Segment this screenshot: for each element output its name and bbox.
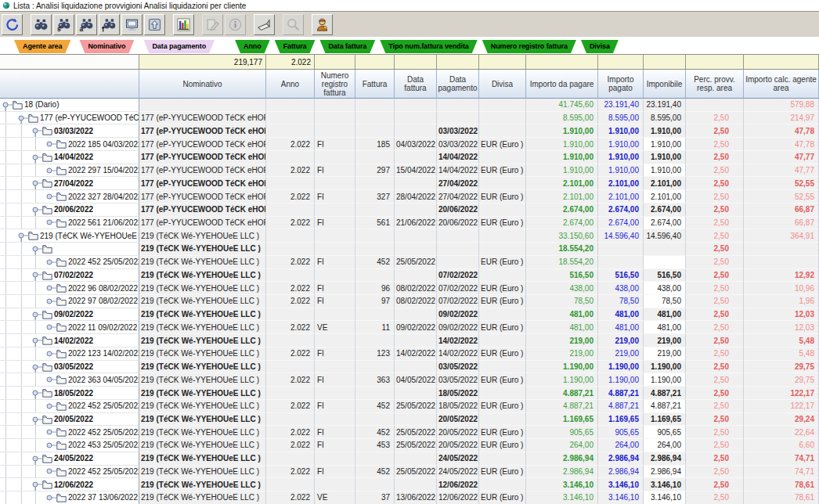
tree-leaf-handle[interactable] (45, 321, 56, 333)
tree-leaf-handle[interactable] (45, 373, 56, 386)
table-row[interactable]: 177 (eP-YYUCEWOOD TéCK eHOP )177 (eP-YYU… (0, 112, 819, 125)
header-cell-registro[interactable]: Numero registro fattura (315, 70, 355, 99)
header-cell-nominativo[interactable]: Nominativo (139, 70, 266, 99)
header-cell-fattura[interactable]: Fattura (355, 70, 395, 99)
tree-cell[interactable]: 27/04/2022 (0, 177, 139, 190)
table-row[interactable]: 2022 97 08/02/2022 10 FI219 (TéCK Wé-YYE… (0, 295, 819, 308)
table-row[interactable]: 2022 297 15/04/2022 10 F177 (eP-YYUCEWOO… (0, 164, 819, 178)
tree-expand-handle[interactable] (31, 124, 42, 137)
tree-cell[interactable]: 2022 452 25/05/2022 10 F (0, 466, 139, 479)
tab-data-fattura[interactable]: Data fattura (319, 40, 375, 53)
table-row[interactable]: 27/04/2022177 (eP-YYUCEWOOD TéCK eHOP )2… (0, 177, 819, 190)
table-row[interactable]: 2022 185 04/03/2022 10 F177 (eP-YYUCEWOO… (0, 138, 819, 151)
table-row[interactable]: 2022 327 28/04/2022 10 F177 (eP-YYUCEWOO… (0, 190, 819, 203)
summary-cell-importo_da_pagare[interactable] (526, 55, 598, 69)
tree-leaf-handle[interactable] (45, 190, 56, 203)
tree-expand-handle[interactable] (31, 269, 42, 282)
header-cell-anno[interactable]: Anno (266, 70, 315, 99)
tree-cell[interactable]: 2022 452 25/05/2022 10 F (0, 400, 139, 413)
tab-tipo-num-fattura-vendita[interactable]: Tipo num.fattura vendita (380, 40, 477, 53)
tree-leaf-handle[interactable] (45, 426, 56, 438)
summary-cell-importo_pagato[interactable] (598, 55, 644, 69)
find-a-button[interactable]: a (76, 14, 97, 35)
header-cell-importo_calc[interactable]: Importo calc. agente area (744, 70, 819, 99)
tab-fattura[interactable]: Fattura (275, 40, 316, 53)
table-row[interactable]: 20/05/2022219 (TéCK Wé-YYEHOUeE LLC )20/… (0, 413, 819, 427)
summary-cell-anno[interactable]: 2.022 (266, 55, 315, 69)
tree-expand-handle[interactable] (31, 334, 42, 347)
tree-leaf-handle[interactable] (45, 439, 56, 452)
header-cell-data_fattura[interactable]: Data fattura (395, 70, 437, 99)
summary-cell-registro[interactable] (315, 55, 355, 69)
chart-button[interactable] (173, 14, 194, 35)
tree-leaf-handle[interactable] (45, 138, 56, 150)
table-row[interactable]: 07/02/2022219 (TéCK Wé-YYEHOUeE LLC )07/… (0, 269, 819, 283)
refresh-button[interactable] (2, 14, 23, 35)
tree-cell[interactable]: 219 (TéCK Wé-YYEHOUeE LLC) (0, 229, 139, 243)
monitor-button[interactable] (121, 14, 143, 35)
tree-cell[interactable]: 177 (eP-YYUCEWOOD TéCK eHOP ) (0, 112, 139, 125)
summary-cell-importo_calc[interactable] (744, 55, 819, 69)
summary-cell-data_pagamento[interactable] (437, 55, 479, 69)
find-button[interactable] (31, 14, 52, 35)
tree-expand-handle[interactable] (31, 203, 42, 216)
tree-leaf-handle[interactable] (45, 282, 56, 294)
tree-cell[interactable]: 18 (Dario) (0, 99, 139, 112)
table-row[interactable]: 2022 452 25/05/2022 10 F219 (TéCK Wé-YYE… (0, 466, 819, 479)
table-row[interactable]: 14/04/2022177 (eP-YYUCEWOOD TéCK eHOP )1… (0, 151, 819, 164)
table-row[interactable]: 2022 37 13/06/2022 10 VE219 (TéCK Wé-YYE… (0, 491, 819, 504)
user-button[interactable] (312, 14, 333, 35)
tree-leaf-handle[interactable] (45, 491, 56, 504)
tree-cell[interactable]: 03/03/2022 (0, 124, 139, 138)
header-cell-importo_da_pagare[interactable]: Importo da pagare (526, 70, 598, 99)
table-row[interactable]: 2022 561 21/06/2022 10 F177 (eP-YYUCEWOO… (0, 217, 819, 230)
table-row[interactable]: 03/03/2022177 (eP-YYUCEWOOD TéCK eHOP )0… (0, 124, 819, 138)
tab-agente-area[interactable]: Agente area (14, 40, 70, 53)
tree-cell[interactable]: 2022 363 04/05/2022 10 F (0, 373, 139, 387)
table-row[interactable]: 219 (TéCK Wé-YYEHOUeE LLC )18.554,202,50 (0, 243, 819, 256)
tree-expand-handle[interactable] (2, 99, 13, 111)
header-cell-imponibile[interactable]: Imponibile (644, 70, 686, 99)
tree-expand-handle[interactable] (31, 387, 42, 399)
tree-expand-handle[interactable] (31, 413, 42, 426)
find-up-button[interactable] (99, 14, 120, 35)
tree-cell[interactable]: 2022 185 04/03/2022 10 F (0, 138, 139, 151)
tree-cell[interactable]: 2022 96 08/02/2022 10 FI (0, 282, 139, 295)
tree-cell[interactable]: 2022 297 15/04/2022 10 F (0, 164, 139, 178)
summary-cell-data_fattura[interactable] (395, 55, 437, 69)
tree-cell[interactable]: 2022 327 28/04/2022 10 F (0, 190, 139, 203)
table-row[interactable]: 2022 11 09/02/2022 10 VE219 (TéCK Wé-YYE… (0, 321, 819, 334)
tree-cell[interactable]: 2022 561 21/06/2022 10 F (0, 217, 139, 230)
tree-cell[interactable]: 14/02/2022 (0, 334, 139, 347)
tree-cell[interactable]: 24/05/2022 (0, 452, 139, 466)
tab-numero-registro-fattura[interactable]: Numero registro fattura (482, 40, 576, 53)
header-cell-data_pagamento[interactable]: Data pagamento (437, 70, 479, 99)
tree-cell[interactable]: 2022 97 08/02/2022 10 FI (0, 295, 139, 308)
table-row[interactable]: 2022 96 08/02/2022 10 FI219 (TéCK Wé-YYE… (0, 282, 819, 295)
tree-expand-handle[interactable] (17, 229, 28, 242)
tree-cell[interactable]: 07/02/2022 (0, 269, 139, 283)
tree-expand-handle[interactable] (31, 478, 42, 491)
table-row[interactable]: 03/05/2022219 (TéCK Wé-YYEHOUeE LLC )03/… (0, 361, 819, 374)
tab-data-pagamento[interactable]: Data pagamento (143, 40, 215, 53)
tree-leaf-handle[interactable] (45, 295, 56, 308)
tree-leaf-handle[interactable] (45, 164, 56, 177)
tree-leaf-handle[interactable] (45, 466, 56, 478)
table-row[interactable]: 2022 452 25/05/2022 10 F219 (TéCK Wé-YYE… (0, 426, 819, 439)
tab-nominativo[interactable]: Nominativo (79, 40, 134, 53)
tab-anno[interactable]: Anno (235, 40, 270, 53)
table-row[interactable]: 20/06/2022177 (eP-YYUCEWOOD TéCK eHOP )2… (0, 203, 819, 217)
send-button[interactable] (254, 14, 275, 35)
header-cell-perc_provv[interactable]: Perc. provv. resp. area (686, 70, 744, 99)
tree-cell[interactable]: 2022 123 14/02/2022 10 F (0, 347, 139, 361)
summary-cell-tree[interactable] (0, 55, 139, 69)
tree-cell[interactable]: 20/06/2022 (0, 203, 139, 217)
table-row[interactable]: 2022 123 14/02/2022 10 F219 (TéCK Wé-YYE… (0, 347, 819, 361)
tree-cell[interactable]: 2022 453 25/05/2022 10 F (0, 439, 139, 452)
table-row[interactable]: 2022 453 25/05/2022 10 F219 (TéCK Wé-YYE… (0, 439, 819, 452)
summary-cell-nominativo[interactable]: 219,177 (139, 55, 266, 69)
table-row[interactable]: 12/06/2022219 (TéCK Wé-YYEHOUeE LLC )12/… (0, 478, 819, 491)
tree-cell[interactable]: 2022 37 13/06/2022 10 VE (0, 491, 139, 504)
summary-cell-fattura[interactable] (355, 55, 395, 69)
table-row[interactable]: 219 (TéCK Wé-YYEHOUeE LLC)219 (TéCK Wé-Y… (0, 229, 819, 243)
